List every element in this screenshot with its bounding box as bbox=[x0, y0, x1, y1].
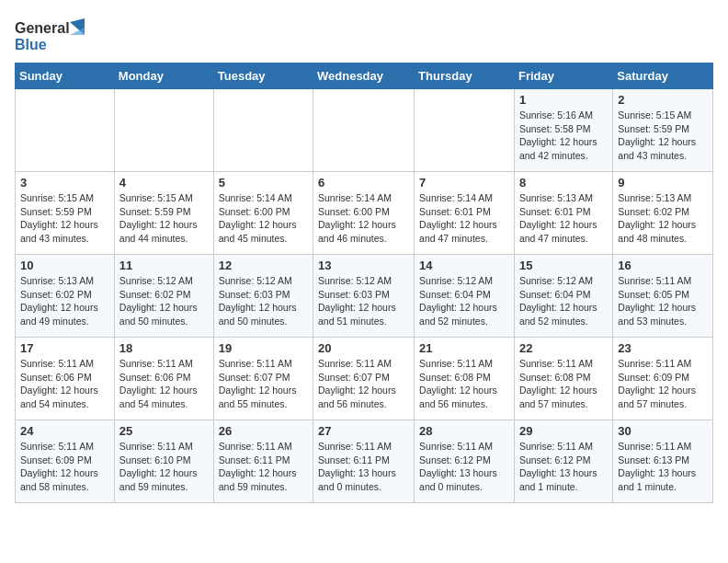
day-info: Sunrise: 5:13 AM Sunset: 6:02 PM Dayligh… bbox=[20, 274, 109, 328]
calendar-cell: 8Sunrise: 5:13 AM Sunset: 6:01 PM Daylig… bbox=[514, 172, 612, 255]
calendar-cell: 6Sunrise: 5:14 AM Sunset: 6:00 PM Daylig… bbox=[313, 172, 415, 255]
day-info: Sunrise: 5:13 AM Sunset: 6:01 PM Dayligh… bbox=[519, 191, 608, 246]
calendar-cell: 7Sunrise: 5:14 AM Sunset: 6:01 PM Daylig… bbox=[415, 172, 515, 255]
day-info: Sunrise: 5:16 AM Sunset: 5:58 PM Dayligh… bbox=[519, 109, 608, 163]
day-info: Sunrise: 5:11 AM Sunset: 6:10 PM Dayligh… bbox=[119, 440, 209, 494]
day-number: 23 bbox=[618, 341, 708, 355]
calendar-cell: 5Sunrise: 5:14 AM Sunset: 6:00 PM Daylig… bbox=[213, 172, 313, 255]
day-info: Sunrise: 5:11 AM Sunset: 6:08 PM Dayligh… bbox=[519, 357, 608, 411]
calendar-cell: 14Sunrise: 5:12 AM Sunset: 6:04 PM Dayli… bbox=[415, 255, 515, 338]
day-number: 5 bbox=[219, 176, 308, 190]
week-row-2: 3Sunrise: 5:15 AM Sunset: 5:59 PM Daylig… bbox=[16, 172, 713, 255]
day-number: 18 bbox=[119, 341, 209, 355]
day-info: Sunrise: 5:11 AM Sunset: 6:06 PM Dayligh… bbox=[20, 357, 109, 411]
calendar-cell: 15Sunrise: 5:12 AM Sunset: 6:04 PM Dayli… bbox=[514, 255, 612, 338]
week-row-1: 1Sunrise: 5:16 AM Sunset: 5:58 PM Daylig… bbox=[16, 89, 713, 172]
day-number: 11 bbox=[119, 259, 209, 272]
day-number: 27 bbox=[318, 424, 409, 438]
week-row-4: 17Sunrise: 5:11 AM Sunset: 6:06 PM Dayli… bbox=[16, 338, 713, 420]
calendar-cell bbox=[415, 89, 515, 172]
day-info: Sunrise: 5:15 AM Sunset: 5:59 PM Dayligh… bbox=[618, 109, 708, 163]
day-number: 26 bbox=[219, 424, 308, 438]
day-number: 29 bbox=[519, 424, 608, 438]
day-number: 3 bbox=[20, 176, 109, 190]
weekday-header-tuesday: Tuesday bbox=[213, 63, 313, 89]
day-number: 22 bbox=[519, 341, 608, 355]
day-number: 7 bbox=[419, 176, 509, 190]
calendar-cell: 4Sunrise: 5:15 AM Sunset: 5:59 PM Daylig… bbox=[114, 172, 213, 255]
calendar-cell: 10Sunrise: 5:13 AM Sunset: 6:02 PM Dayli… bbox=[16, 255, 115, 338]
day-info: Sunrise: 5:14 AM Sunset: 6:00 PM Dayligh… bbox=[318, 191, 409, 246]
day-info: Sunrise: 5:14 AM Sunset: 6:01 PM Dayligh… bbox=[419, 191, 509, 246]
day-number: 4 bbox=[119, 176, 209, 190]
day-info: Sunrise: 5:15 AM Sunset: 5:59 PM Dayligh… bbox=[119, 191, 209, 246]
day-info: Sunrise: 5:14 AM Sunset: 6:00 PM Dayligh… bbox=[219, 191, 308, 246]
day-info: Sunrise: 5:11 AM Sunset: 6:06 PM Dayligh… bbox=[119, 357, 209, 411]
calendar-cell: 19Sunrise: 5:11 AM Sunset: 6:07 PM Dayli… bbox=[213, 338, 313, 420]
day-info: Sunrise: 5:12 AM Sunset: 6:04 PM Dayligh… bbox=[419, 274, 509, 328]
svg-text:General: General bbox=[15, 20, 70, 36]
calendar-cell: 3Sunrise: 5:15 AM Sunset: 5:59 PM Daylig… bbox=[16, 172, 115, 255]
day-number: 16 bbox=[618, 259, 708, 272]
day-number: 2 bbox=[618, 93, 708, 107]
calendar-cell: 12Sunrise: 5:12 AM Sunset: 6:03 PM Dayli… bbox=[213, 255, 313, 338]
day-info: Sunrise: 5:12 AM Sunset: 6:02 PM Dayligh… bbox=[119, 274, 209, 328]
day-number: 12 bbox=[219, 259, 308, 272]
day-number: 9 bbox=[618, 176, 708, 190]
day-info: Sunrise: 5:11 AM Sunset: 6:12 PM Dayligh… bbox=[419, 440, 509, 494]
day-number: 28 bbox=[419, 424, 509, 438]
calendar-cell: 16Sunrise: 5:11 AM Sunset: 6:05 PM Dayli… bbox=[613, 255, 713, 338]
calendar-cell: 22Sunrise: 5:11 AM Sunset: 6:08 PM Dayli… bbox=[514, 338, 612, 420]
day-number: 17 bbox=[20, 341, 109, 355]
calendar-cell: 1Sunrise: 5:16 AM Sunset: 5:58 PM Daylig… bbox=[514, 89, 612, 172]
day-info: Sunrise: 5:11 AM Sunset: 6:07 PM Dayligh… bbox=[318, 357, 409, 411]
calendar-cell: 27Sunrise: 5:11 AM Sunset: 6:11 PM Dayli… bbox=[313, 420, 415, 503]
logo-svg: GeneralBlue bbox=[15, 15, 88, 55]
day-number: 1 bbox=[519, 93, 608, 107]
calendar-cell: 2Sunrise: 5:15 AM Sunset: 5:59 PM Daylig… bbox=[613, 89, 713, 172]
day-info: Sunrise: 5:12 AM Sunset: 6:03 PM Dayligh… bbox=[318, 274, 409, 328]
weekday-header-friday: Friday bbox=[514, 63, 612, 89]
day-info: Sunrise: 5:15 AM Sunset: 5:59 PM Dayligh… bbox=[20, 191, 109, 246]
weekday-header-row: SundayMondayTuesdayWednesdayThursdayFrid… bbox=[16, 63, 713, 89]
svg-text:Blue: Blue bbox=[15, 37, 47, 52]
calendar-cell: 18Sunrise: 5:11 AM Sunset: 6:06 PM Dayli… bbox=[114, 338, 213, 420]
weekday-header-thursday: Thursday bbox=[415, 63, 515, 89]
calendar-cell: 28Sunrise: 5:11 AM Sunset: 6:12 PM Dayli… bbox=[415, 420, 515, 503]
day-number: 14 bbox=[419, 259, 509, 272]
day-info: Sunrise: 5:11 AM Sunset: 6:11 PM Dayligh… bbox=[318, 440, 409, 494]
day-info: Sunrise: 5:11 AM Sunset: 6:11 PM Dayligh… bbox=[219, 440, 308, 494]
day-info: Sunrise: 5:13 AM Sunset: 6:02 PM Dayligh… bbox=[618, 191, 708, 246]
day-info: Sunrise: 5:11 AM Sunset: 6:12 PM Dayligh… bbox=[519, 440, 608, 494]
day-number: 13 bbox=[318, 259, 409, 272]
day-number: 30 bbox=[618, 424, 708, 438]
day-info: Sunrise: 5:11 AM Sunset: 6:08 PM Dayligh… bbox=[419, 357, 509, 411]
day-info: Sunrise: 5:11 AM Sunset: 6:07 PM Dayligh… bbox=[219, 357, 308, 411]
calendar-cell: 23Sunrise: 5:11 AM Sunset: 6:09 PM Dayli… bbox=[613, 338, 713, 420]
calendar-cell: 29Sunrise: 5:11 AM Sunset: 6:12 PM Dayli… bbox=[514, 420, 612, 503]
day-info: Sunrise: 5:12 AM Sunset: 6:04 PM Dayligh… bbox=[519, 274, 608, 328]
calendar-cell bbox=[313, 89, 415, 172]
weekday-header-monday: Monday bbox=[114, 63, 213, 89]
calendar-cell bbox=[114, 89, 213, 172]
calendar-cell: 21Sunrise: 5:11 AM Sunset: 6:08 PM Dayli… bbox=[415, 338, 515, 420]
day-number: 15 bbox=[519, 259, 608, 272]
calendar-cell: 11Sunrise: 5:12 AM Sunset: 6:02 PM Dayli… bbox=[114, 255, 213, 338]
day-number: 25 bbox=[119, 424, 209, 438]
logo: GeneralBlue bbox=[15, 15, 88, 55]
calendar-cell: 26Sunrise: 5:11 AM Sunset: 6:11 PM Dayli… bbox=[213, 420, 313, 503]
calendar-cell: 25Sunrise: 5:11 AM Sunset: 6:10 PM Dayli… bbox=[114, 420, 213, 503]
day-number: 8 bbox=[519, 176, 608, 190]
calendar-cell: 24Sunrise: 5:11 AM Sunset: 6:09 PM Dayli… bbox=[16, 420, 115, 503]
day-number: 10 bbox=[20, 259, 109, 272]
calendar-cell bbox=[213, 89, 313, 172]
calendar-table: SundayMondayTuesdayWednesdayThursdayFrid… bbox=[15, 63, 713, 503]
day-number: 20 bbox=[318, 341, 409, 355]
day-number: 19 bbox=[219, 341, 308, 355]
day-number: 24 bbox=[20, 424, 109, 438]
day-number: 6 bbox=[318, 176, 409, 190]
day-info: Sunrise: 5:11 AM Sunset: 6:09 PM Dayligh… bbox=[618, 357, 708, 411]
week-row-3: 10Sunrise: 5:13 AM Sunset: 6:02 PM Dayli… bbox=[16, 255, 713, 338]
calendar-cell: 9Sunrise: 5:13 AM Sunset: 6:02 PM Daylig… bbox=[613, 172, 713, 255]
day-info: Sunrise: 5:11 AM Sunset: 6:05 PM Dayligh… bbox=[618, 274, 708, 328]
